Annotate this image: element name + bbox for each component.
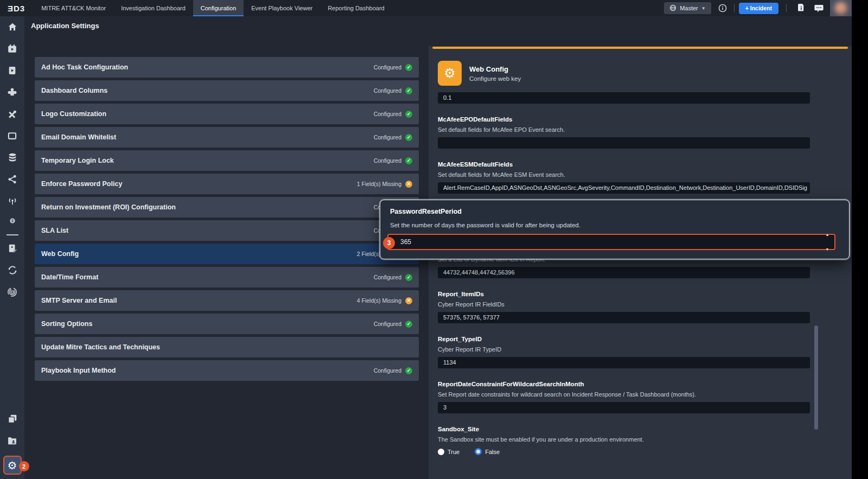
status-text: Configured — [374, 134, 401, 140]
form-field-McAfeeESMDefaultFields: McAfeeESMDefaultFieldsSet default fields… — [438, 161, 810, 194]
nav-tab-investigation-dashboard[interactable]: Investigation Dashboard — [113, 0, 193, 16]
master-site-dropdown[interactable]: Master ▼ — [664, 2, 711, 14]
field-input[interactable]: Alert.RemCaseID,AppID,ASNGeoDst,ASNGeoSr… — [438, 182, 810, 194]
sidebar-item-settings[interactable]: ⚙ 2 — [3, 456, 22, 475]
nav-tab-mitre-att-ck-monitor[interactable]: MITRE ATT&CK Monitor — [34, 0, 113, 16]
application-window: ƎD3 MITRE ATT&CK MonitorInvestigation Da… — [0, 0, 852, 479]
config-row-label: Logo Customization — [41, 110, 106, 118]
config-row-email-domain-whitelist[interactable]: Email Domain Whitelist Configured ✓ — [35, 127, 419, 148]
new-incident-button[interactable]: + Incident — [739, 3, 778, 14]
status-text: 4 Field(s) Missing — [357, 297, 401, 304]
password-reset-period-input[interactable]: 365 3 ▲ ▼ — [387, 234, 835, 250]
warning-x-icon: ✕ — [405, 181, 412, 188]
global-search-icon — [8, 218, 17, 227]
stepper-up-icon[interactable]: ▲ — [826, 228, 829, 242]
sidebar-item-link-analysis[interactable] — [0, 168, 24, 190]
avatar-image — [834, 2, 847, 15]
settings-notification-badge: 2 — [19, 461, 29, 471]
sidebar-item-utilities[interactable] — [0, 103, 24, 125]
panel-scrollbar[interactable] — [814, 325, 818, 430]
link-analysis-icon — [7, 174, 17, 184]
field-input[interactable]: 57375, 57376, 57377 — [438, 312, 810, 323]
config-row-temporary-login-lock[interactable]: Temporary Login Lock Configured ✓ — [35, 150, 419, 171]
info-icon[interactable] — [716, 0, 730, 16]
config-row-dashboard-columns[interactable]: Dashboard Columns Configured ✓ — [35, 80, 419, 101]
config-row-web-config[interactable]: Web Config 2 Field(s) Missing ✕ — [35, 244, 419, 264]
number-stepper[interactable]: ▲ ▼ — [823, 236, 832, 248]
sidebar-item-broadcast[interactable] — [0, 190, 24, 212]
step-3-badge: 3 — [383, 237, 395, 249]
radio-selected-icon[interactable] — [475, 448, 482, 455]
config-row-smtp-server-and-email[interactable]: SMTP Server and Email 4 Field(s) Missing… — [35, 290, 419, 311]
case-folder-icon — [7, 436, 17, 445]
sidebar-item-home[interactable] — [0, 16, 24, 38]
field-name: Report_ItemIDs — [438, 291, 810, 298]
event-calendar-icon — [7, 44, 17, 54]
field-input[interactable] — [438, 137, 810, 149]
field-input[interactable]: 0.1 — [438, 92, 810, 104]
board-icon — [7, 131, 17, 140]
sidebar-item-playbook[interactable] — [0, 60, 24, 81]
d3-logo: ƎD3 — [0, 4, 34, 13]
config-row-sorting-options[interactable]: Sorting Options Configured ✓ — [35, 314, 419, 334]
config-row-label: Update Mitre Tactics and Techniques — [41, 343, 160, 351]
field-name: Report_TypeID — [438, 336, 810, 343]
sidebar-item-identity[interactable] — [0, 281, 24, 303]
left-icon-sidebar: ⚙ 2 — [0, 16, 24, 479]
row-status: 1 Field(s) Missing ✕ — [357, 181, 412, 188]
config-row-sla-list[interactable]: SLA List Configured ✓ — [35, 220, 419, 241]
stepper-down-icon[interactable]: ▼ — [826, 242, 829, 257]
status-text: Configured — [374, 157, 401, 164]
field-input[interactable]: 1134 — [438, 357, 810, 368]
config-row-label: SLA List — [41, 227, 68, 234]
sidebar-item-global-search[interactable] — [0, 212, 24, 233]
field-input[interactable]: 3 — [438, 402, 810, 413]
config-row-ad-hoc-task-configuration[interactable]: Ad Hoc Task Configuration Configured ✓ — [35, 57, 419, 78]
user-avatar[interactable] — [830, 0, 852, 16]
config-row-date-time-format[interactable]: Date/Time Format Configured ✓ — [35, 267, 419, 288]
field-description: Set default fields for McAfee EPO Event … — [438, 126, 810, 133]
check-circle-icon: ✓ — [405, 134, 412, 141]
sidebar-item-sync[interactable] — [0, 259, 24, 281]
chevron-down-icon: ▼ — [701, 6, 706, 11]
sidebar-item-event-calendar[interactable] — [0, 38, 24, 60]
chat-icon[interactable] — [812, 0, 826, 16]
field-input[interactable]: 44732,44748,44742,56396 — [438, 267, 810, 278]
check-circle-icon: ✓ — [405, 64, 412, 71]
nav-tab-configuration[interactable]: Configuration — [193, 0, 244, 16]
panel-header: ⚙ Web Config Configure web key — [438, 61, 521, 86]
web-config-panel: ⚙ Web Config Configure web key 0.1McAfee… — [429, 46, 852, 479]
config-row-logo-customization[interactable]: Logo Customization Configured ✓ — [35, 104, 419, 124]
sidebar-item-report-edit[interactable] — [0, 238, 24, 259]
radio-option-false[interactable]: False — [475, 448, 500, 455]
row-status: Configured ✓ — [374, 321, 412, 328]
config-row-return-on-investment-roi-configuration[interactable]: Return on Investment (ROI) Configuration… — [35, 197, 419, 218]
form-field-Report_ItemIDs: Report_ItemIDsCyber Report IR FieldIDs57… — [438, 291, 810, 323]
config-row-update-mitre-tactics-and-techniques[interactable]: Update Mitre Tactics and Techniques — [35, 337, 419, 357]
sidebar-item-case-folder[interactable] — [0, 430, 24, 451]
globe-icon — [669, 4, 676, 12]
sidebar-item-copy[interactable] — [0, 408, 24, 430]
config-row-enforce-password-policy[interactable]: Enforce Password Policy 1 Field(s) Missi… — [35, 174, 419, 194]
radio-unselected-icon[interactable] — [438, 449, 444, 455]
top-nav-tabs: MITRE ATT&CK MonitorInvestigation Dashbo… — [34, 0, 392, 16]
sidebar-item-integrations[interactable] — [0, 81, 24, 103]
row-status: Configured ✓ — [374, 64, 412, 71]
document-icon[interactable] — [794, 0, 808, 16]
row-status: Configured ✓ — [374, 157, 412, 164]
panel-title: Web Config — [469, 65, 521, 73]
home-icon — [7, 22, 18, 32]
sidebar-mid-icons — [0, 238, 24, 303]
config-row-playbook-input-method[interactable]: Playbook Input Method Configured ✓ — [35, 360, 419, 381]
playbook-icon — [8, 66, 17, 75]
web-config-gear-icon: ⚙ — [438, 61, 462, 86]
nav-tab-event-playbook-viewer[interactable]: Event Playbook Viewer — [244, 0, 320, 16]
utilities-icon — [7, 109, 17, 119]
nav-tab-reporting-dashboard[interactable]: Reporting Dashboard — [320, 0, 392, 16]
sidebar-item-data-source[interactable] — [0, 146, 24, 168]
status-text: Configured — [374, 64, 401, 71]
radio-label: True — [448, 449, 459, 455]
radio-option-true[interactable]: True — [438, 449, 459, 455]
check-circle-icon: ✓ — [405, 87, 412, 94]
sidebar-item-board[interactable] — [0, 125, 24, 146]
